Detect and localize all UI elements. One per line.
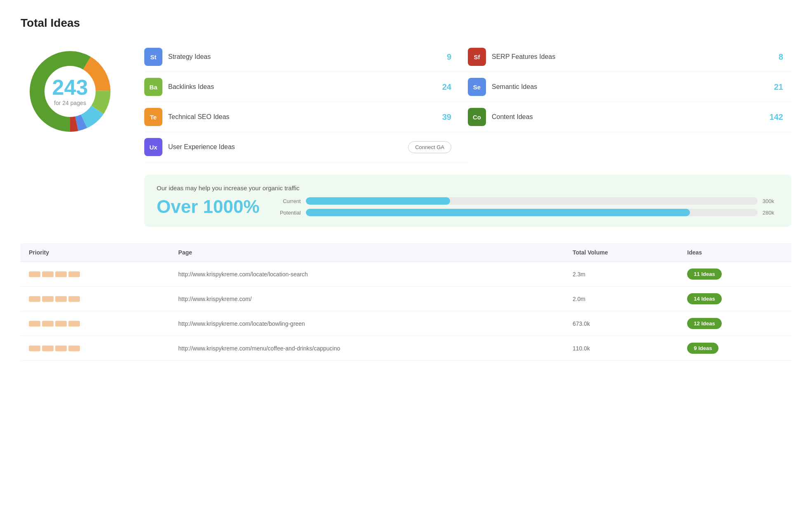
volume-cell: 2.3m: [564, 262, 679, 287]
ideas-cell[interactable]: 14 Ideas: [679, 287, 791, 311]
priority-bar: [29, 296, 40, 302]
page-url-cell[interactable]: http://www.krispykreme.com/locate/locati…: [170, 262, 565, 287]
priority-bar: [42, 321, 54, 327]
traffic-banner-title: Our ideas may help you increase your org…: [157, 184, 779, 191]
volume-cell: 110.0k: [564, 336, 679, 361]
backlinks-label: Backlinks Ideas: [168, 83, 433, 91]
traffic-percent: Over 1000%: [157, 196, 260, 217]
table-header-row: Priority Page Total Volume Ideas: [21, 243, 791, 262]
priority-cell: [21, 287, 170, 311]
priority-bars: [29, 296, 162, 302]
priority-cell: [21, 311, 170, 336]
ideas-cell[interactable]: 11 Ideas: [679, 262, 791, 287]
page-url-cell[interactable]: http://www.krispykreme.com/locate/bowlin…: [170, 311, 565, 336]
priority-bar: [68, 346, 80, 351]
content-icon: Co: [468, 108, 486, 126]
bar-value-current: 300k: [763, 198, 779, 204]
serp-count: 8: [771, 52, 783, 62]
donut-sub: for 24 pages: [52, 100, 88, 106]
volume-cell: 2.0m: [564, 287, 679, 311]
table-row[interactable]: http://www.krispykreme.com/2.0m14 Ideas: [21, 287, 791, 311]
traffic-bars: Current 300k Potential 280k: [276, 197, 779, 216]
page-title: Total Ideas: [21, 16, 791, 30]
table-row[interactable]: http://www.krispykreme.com/menu/coffee-a…: [21, 336, 791, 361]
idea-row-serp[interactable]: Sf SERP Features Ideas 8: [468, 42, 791, 72]
ux-label: User Experience Ideas: [168, 143, 398, 151]
idea-row-backlinks[interactable]: Ba Backlinks Ideas 24: [144, 72, 468, 102]
technical-count: 39: [439, 112, 451, 122]
bar-fill-current: [306, 197, 451, 205]
ideas-table: Priority Page Total Volume Ideas http://…: [21, 243, 791, 361]
technical-icon: Te: [144, 108, 162, 126]
priority-bar: [55, 296, 67, 302]
ideas-cell[interactable]: 9 Ideas: [679, 336, 791, 361]
strategy-icon: St: [144, 48, 162, 66]
priority-bar: [29, 271, 40, 277]
backlinks-icon: Ba: [144, 78, 162, 96]
table-row[interactable]: http://www.krispykreme.com/locate/bowlin…: [21, 311, 791, 336]
top-section: 243 for 24 pages St Strategy Ideas 9 Sf …: [21, 42, 791, 227]
donut-total: 243: [52, 77, 88, 98]
col-volume: Total Volume: [564, 243, 679, 262]
serp-icon: Sf: [468, 48, 486, 66]
content-label: Content Ideas: [492, 113, 764, 121]
ideas-right: St Strategy Ideas 9 Sf SERP Features Ide…: [144, 42, 791, 227]
donut-chart: 243 for 24 pages: [21, 42, 120, 141]
priority-bar: [68, 321, 80, 327]
technical-label: Technical SEO Ideas: [168, 113, 433, 121]
ideas-badge: 11 Ideas: [687, 269, 721, 280]
ideas-badge: 9 Ideas: [687, 343, 718, 354]
bar-track-potential: [306, 209, 758, 216]
traffic-bar-potential: Potential 280k: [276, 209, 779, 216]
priority-bars: [29, 346, 162, 351]
priority-bar: [55, 271, 67, 277]
traffic-banner: Our ideas may help you increase your org…: [144, 175, 791, 227]
bar-track-current: [306, 197, 758, 205]
strategy-label: Strategy Ideas: [168, 53, 433, 61]
bar-value-potential: 280k: [763, 210, 779, 216]
serp-label: SERP Features Ideas: [492, 53, 765, 61]
bar-fill-potential: [306, 209, 690, 216]
content-count: 142: [770, 112, 783, 122]
traffic-content: Over 1000% Current 300k Potential: [157, 196, 779, 217]
priority-cell: [21, 262, 170, 287]
page-url-cell[interactable]: http://www.krispykreme.com/: [170, 287, 565, 311]
semantic-label: Semantic Ideas: [492, 83, 765, 91]
priority-bar: [55, 346, 67, 351]
priority-bars: [29, 271, 162, 277]
bar-label-potential: Potential: [276, 210, 301, 216]
connect-ga-button[interactable]: Connect GA: [408, 141, 451, 153]
col-priority: Priority: [21, 243, 170, 262]
priority-bar: [29, 321, 40, 327]
idea-row-strategy[interactable]: St Strategy Ideas 9: [144, 42, 468, 72]
col-ideas: Ideas: [679, 243, 791, 262]
idea-row-technical[interactable]: Te Technical SEO Ideas 39: [144, 102, 468, 132]
priority-bar: [42, 296, 54, 302]
priority-cell: [21, 336, 170, 361]
priority-bar: [42, 271, 54, 277]
priority-bar: [42, 346, 54, 351]
traffic-bar-current: Current 300k: [276, 197, 779, 205]
semantic-count: 21: [771, 82, 783, 92]
table-row[interactable]: http://www.krispykreme.com/locate/locati…: [21, 262, 791, 287]
semantic-icon: Se: [468, 78, 486, 96]
ux-icon: Ux: [144, 138, 162, 156]
ideas-badge: 14 Ideas: [687, 293, 721, 304]
idea-row-ux[interactable]: Ux User Experience Ideas Connect GA: [144, 132, 468, 162]
page-url-cell[interactable]: http://www.krispykreme.com/menu/coffee-a…: [170, 336, 565, 361]
ideas-cell[interactable]: 12 Ideas: [679, 311, 791, 336]
bar-label-current: Current: [276, 198, 301, 204]
volume-cell: 673.0k: [564, 311, 679, 336]
idea-row-semantic[interactable]: Se Semantic Ideas 21: [468, 72, 791, 102]
idea-row-content[interactable]: Co Content Ideas 142: [468, 102, 791, 132]
ideas-grid: St Strategy Ideas 9 Sf SERP Features Ide…: [144, 42, 791, 162]
priority-bar: [55, 321, 67, 327]
priority-bar: [68, 271, 80, 277]
priority-bars: [29, 321, 162, 327]
donut-center: 243 for 24 pages: [52, 77, 88, 106]
strategy-count: 9: [439, 52, 451, 62]
ideas-badge: 12 Ideas: [687, 318, 721, 329]
backlinks-count: 24: [439, 82, 451, 92]
priority-bar: [29, 346, 40, 351]
col-page: Page: [170, 243, 565, 262]
